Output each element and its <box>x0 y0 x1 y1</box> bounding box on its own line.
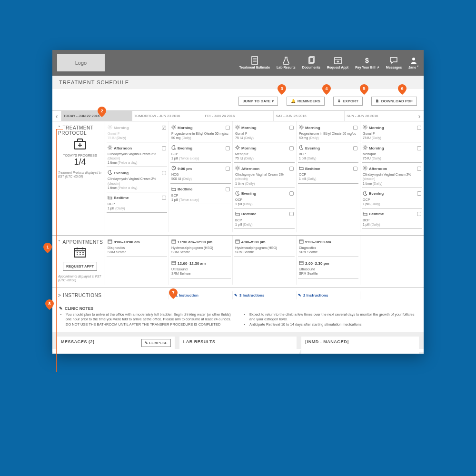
nav-doc[interactable]: Treatment Estimate <box>239 56 270 69</box>
checkbox-icon[interactable] <box>162 196 166 200</box>
appointment-card[interactable]: 4:00–5:00 pm Hysterosalpingogram (HSG)SR… <box>234 238 295 257</box>
checkbox-icon[interactable] <box>162 146 166 150</box>
day-header[interactable]: TODAY - JUN 22 2016 <box>61 111 132 121</box>
checkbox-icon[interactable] <box>289 167 294 171</box>
checkbox-icon[interactable] <box>226 146 230 150</box>
checkbox-icon[interactable] <box>417 167 421 171</box>
appointment-card[interactable]: 2:00–2:30 pm UltrasoundSRM Seattle <box>298 259 358 278</box>
download-pdf-label: DOWNLOAD PDF <box>381 99 413 103</box>
medication-card: Morning Menopur75 IU (Daily) <box>234 144 295 163</box>
appt-time: 11:30 am–12:00 pm <box>171 239 230 245</box>
checkbox-icon[interactable] <box>226 126 230 130</box>
protocol-section-title[interactable]: TREATMENT PROTOCOL <box>58 125 102 136</box>
checkbox-icon[interactable] <box>226 187 230 191</box>
checkbox-icon[interactable] <box>289 191 294 196</box>
download-pdf-button[interactable]: 🗎 DOWNLOAD PDF <box>371 97 417 106</box>
checkbox-icon[interactable] <box>417 191 421 196</box>
medication-card: Evening OCP1 pill (Daily) <box>234 189 295 208</box>
request-appt-button[interactable]: REQUEST APPT <box>63 262 97 271</box>
medication-card: Morning Gonal-F75 IU (Daily) <box>234 123 295 142</box>
medication-card: Afternoon Clindaymyoin Vaginal Cream 2% … <box>107 144 167 167</box>
svg-point-26 <box>364 147 366 149</box>
card-body: Clindaymyoin Vaginal Cream 2% (cleocin)1… <box>108 177 166 189</box>
medication-card: Morning Progesterone in Ethyl Oleate 50 … <box>170 123 231 142</box>
instruction-day-column <box>105 291 169 299</box>
card-body: OCP1 pill (Daily) <box>299 172 357 181</box>
nav-user[interactable]: Jane ˅ <box>408 56 419 69</box>
checkbox-icon[interactable] <box>226 167 230 171</box>
card-body: Gonal-F75 IU (Daily) <box>235 131 294 140</box>
card-body: Gonal-F75 IU (Daily) <box>108 131 166 140</box>
nav-flask[interactable]: Lab Results <box>277 56 296 69</box>
header-bar: Logo Treatment EstimateLab ResultsDocume… <box>52 50 424 76</box>
reminders-button[interactable]: 🔔 REMINDERS <box>287 97 325 106</box>
nav-dollar[interactable]: $Pay Your Bill ↗ <box>355 56 379 69</box>
appointments-tz-note: Appointments displayed in PST (UTC -08:0… <box>58 275 102 283</box>
calendar-small-icon <box>171 260 176 266</box>
checkbox-icon[interactable] <box>289 126 294 130</box>
checkbox-icon[interactable] <box>353 167 357 171</box>
svg-rect-15 <box>108 197 112 199</box>
calendar-small-icon <box>299 260 304 266</box>
appointment-card[interactable]: 9:00–10:00 am DiagnosticsSRM Seattle <box>298 238 358 257</box>
export-button[interactable]: ⬇ EXPORT <box>333 97 363 106</box>
checkbox-icon[interactable] <box>162 171 166 175</box>
day-header[interactable]: SUN - JUN 26 2016 <box>344 111 415 121</box>
instructions-section-title[interactable]: INSTRUCTIONS <box>58 293 102 298</box>
svg-point-14 <box>109 147 111 149</box>
card-body: Gonal-F75 IU (Daily) <box>363 131 421 140</box>
appointment-day-column: 4:00–5:00 pm Hysterosalpingogram (HSG)SR… <box>232 236 296 285</box>
annotation-pin-7: 7 <box>169 288 178 299</box>
checkbox-icon[interactable] <box>289 212 294 216</box>
instruction-link[interactable]: ✎1 Instruction <box>170 293 231 298</box>
compose-button[interactable]: ✎ COMPOSE <box>141 339 170 347</box>
instruction-link[interactable]: ✎3 Instructions <box>234 293 295 298</box>
appointment-card[interactable]: 12:00–12:30 am UltrasoundSRM Bellvue <box>170 259 231 278</box>
checkbox-icon[interactable] <box>289 146 294 150</box>
next-day-button[interactable]: › <box>415 112 424 120</box>
appointment-card[interactable]: 9:00–10:00 am DiagnosticsSRM Seattle <box>107 238 167 257</box>
appointment-card[interactable]: 11:30 am–12:00 pm Hysterosalpingogram (H… <box>170 238 231 257</box>
jump-to-date-button[interactable]: JUMP TO DATE ▾ <box>238 97 278 106</box>
appointments-section-title[interactable]: APPOINTMENTS <box>58 239 102 245</box>
card-time: Evening <box>171 145 230 151</box>
day-header[interactable]: TOMORROW - JUN 23 2016 <box>132 111 203 121</box>
card-time: Morning✓ <box>108 125 166 130</box>
checkbox-icon[interactable] <box>417 146 421 150</box>
date-strip: 2 ‹ TODAY - JUN 22 2016TOMORROW - JUN 23… <box>52 110 424 121</box>
checkbox-icon[interactable] <box>417 212 421 216</box>
appointment-columns: 9:00–10:00 am DiagnosticsSRM Seattle 11:… <box>105 236 424 285</box>
card-body: OCP1 pill (Daily) <box>235 198 294 206</box>
prev-day-button[interactable]: ‹ <box>52 112 61 120</box>
nav-chat[interactable]: Messages <box>386 56 402 69</box>
svg-text:6: 6 <box>401 86 403 91</box>
time-icon <box>363 191 367 197</box>
annotation-connector-1v <box>56 129 57 372</box>
calendar-small-icon <box>171 239 176 245</box>
time-icon <box>171 125 176 130</box>
treatment-protocol-section: TREATMENT PROTOCOL TODAY'S PROGRESS 1/4 … <box>52 121 424 236</box>
protocol-side: TREATMENT PROTOCOL TODAY'S PROGRESS 1/4 … <box>52 121 105 232</box>
medication-card: Bedtime BCP1 pill (Daily) <box>362 210 422 229</box>
medication-card: Bedtime OCP1 pill (Daily) <box>298 164 358 183</box>
time-icon <box>235 211 240 217</box>
nav-calendar-plus[interactable]: Request Appt <box>327 56 348 69</box>
svg-rect-30 <box>108 240 112 243</box>
card-time: Evening <box>108 170 166 176</box>
clinic-notes-section: 8 ✎ CLINIC NOTES You should plan to arri… <box>52 303 424 332</box>
edit-icon: ✎ <box>234 293 238 298</box>
card-time: 9:00 pm <box>171 166 230 171</box>
svg-point-16 <box>173 126 175 128</box>
nav-files[interactable]: Documents <box>302 56 320 69</box>
checkbox-icon[interactable] <box>417 126 421 130</box>
nav-label: Lab Results <box>277 66 296 69</box>
checkbox-icon[interactable]: ✓ <box>162 126 166 130</box>
progress-label: TODAY'S PROGRESS <box>58 154 102 157</box>
checkbox-icon[interactable] <box>353 126 357 130</box>
checkbox-icon[interactable] <box>353 146 357 150</box>
instruction-link[interactable]: ✎2 Instructions <box>298 293 358 298</box>
day-header[interactable]: SAT - JUN 25 2016 <box>273 111 344 121</box>
appt-body: DiagnosticsSRM Seattle <box>299 246 357 254</box>
time-icon <box>299 125 304 130</box>
day-header[interactable]: FRI - JUN 24 2016 <box>203 111 274 121</box>
